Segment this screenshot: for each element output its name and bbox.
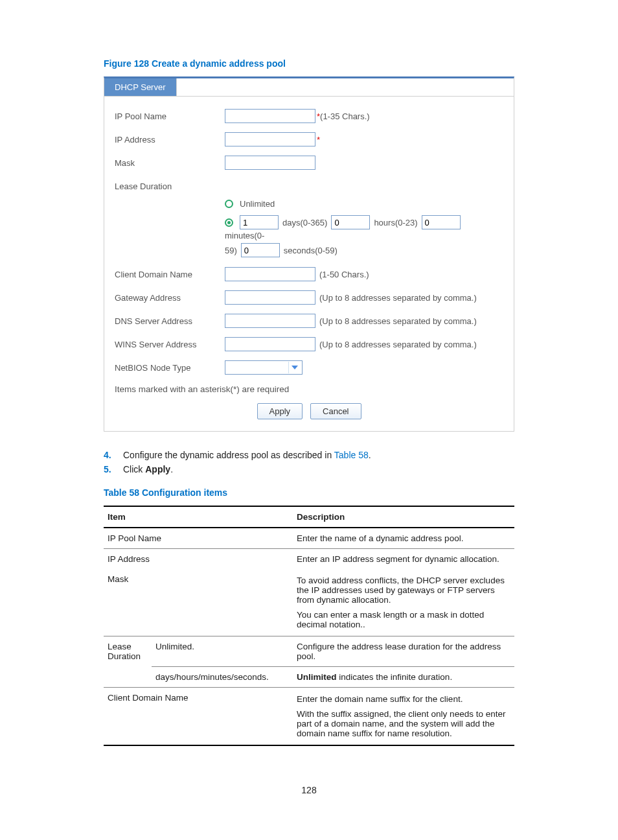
step-5-text: Click Apply.	[123, 464, 173, 474]
hint-chars-1-35: (1-35 Chars.)	[320, 111, 370, 121]
label-ip-address: IP Address	[115, 135, 225, 145]
client-domain-name-input[interactable]	[225, 267, 315, 281]
table-caption: Table 58 Configuration items	[104, 487, 514, 498]
step-number-4: 4.	[104, 450, 123, 460]
cell-desc: Configure the address lease duration for…	[293, 636, 514, 667]
radio-custom-duration[interactable]	[225, 218, 233, 227]
table-row: Lease Duration Unlimited. Configure the …	[104, 636, 514, 667]
configuration-items-table: Item Description IP Pool Name Enter the …	[104, 506, 514, 746]
page-number: 128	[104, 785, 514, 795]
gateway-address-input[interactable]	[225, 290, 315, 305]
cell-subitem: Unlimited.	[152, 636, 293, 667]
link-table-58[interactable]: Table 58	[334, 450, 369, 460]
label-dns-server-address: DNS Server Address	[115, 316, 225, 326]
hint-up-to-8: (Up to 8 addresses separated by comma.)	[319, 340, 477, 349]
label-gateway-address: Gateway Address	[115, 293, 225, 303]
table-row: IP Pool Name Enter the name of a dynamic…	[104, 528, 514, 549]
cell-desc: Unlimited indicates the infinite duratio…	[293, 667, 514, 688]
table-row: IP Address Enter an IP address segment f…	[104, 549, 514, 570]
required-asterisk: *	[317, 135, 320, 145]
chevron-down-icon	[288, 362, 301, 373]
cell-item: Mask	[104, 569, 293, 636]
cell-desc: To avoid address conflicts, the DHCP ser…	[293, 569, 514, 636]
hint-hours: hours(0-23)	[374, 218, 417, 228]
cell-item: IP Address	[104, 549, 293, 570]
cell-desc: Enter an IP address segment for dynamic …	[293, 549, 514, 570]
required-note: Items marked with an asterisk(*) are req…	[115, 384, 514, 394]
cell-item: Client Domain Name	[104, 688, 293, 746]
cell-desc: Enter the domain name suffix for the cli…	[293, 688, 514, 746]
label-client-domain-name: Client Domain Name	[115, 270, 225, 279]
figure-caption: Figure 128 Create a dynamic address pool	[104, 58, 514, 69]
days-input[interactable]	[240, 215, 279, 229]
hours-input[interactable]	[331, 215, 370, 229]
mask-input[interactable]	[225, 156, 315, 170]
ip-pool-name-input[interactable]	[225, 109, 315, 123]
cell-subitem: days/hours/minutes/seconds.	[152, 667, 293, 688]
label-mask: Mask	[115, 158, 225, 168]
minutes-input[interactable]	[422, 215, 461, 229]
cell-item: Lease Duration	[104, 636, 152, 688]
netbios-node-type-select[interactable]	[225, 360, 303, 375]
label-lease-duration: Lease Duration	[115, 181, 225, 191]
hint-minutes-prefix: minutes(0-	[225, 231, 264, 240]
apply-button[interactable]: Apply	[257, 403, 303, 419]
wins-server-address-input[interactable]	[225, 337, 315, 351]
table-row: Mask To avoid address conflicts, the DHC…	[104, 569, 514, 636]
label-unlimited: Unlimited	[240, 199, 275, 209]
hint-days: days(0-365)	[282, 218, 327, 228]
hint-chars-1-50: (1-50 Chars.)	[319, 270, 369, 279]
th-description: Description	[293, 506, 514, 528]
ip-address-input[interactable]	[225, 132, 315, 146]
th-item: Item	[104, 506, 293, 528]
dhcp-panel: DHCP Server IP Pool Name * (1-35 Chars.)…	[104, 76, 514, 432]
label-netbios-node-type: NetBIOS Node Type	[115, 363, 225, 373]
cell-item: IP Pool Name	[104, 528, 293, 549]
tab-dhcp-server[interactable]: DHCP Server	[104, 78, 177, 96]
cell-desc: Enter the name of a dynamic address pool…	[293, 528, 514, 549]
seconds-input[interactable]	[241, 243, 280, 257]
step-number-5: 5.	[104, 464, 123, 474]
label-ip-pool-name: IP Pool Name	[115, 111, 225, 121]
table-row: Client Domain Name Enter the domain name…	[104, 688, 514, 746]
cancel-button[interactable]: Cancel	[310, 403, 361, 419]
radio-unlimited[interactable]	[225, 200, 233, 208]
hint-up-to-8: (Up to 8 addresses separated by comma.)	[319, 316, 477, 326]
hint-minutes-suffix: 59)	[225, 246, 237, 255]
step-4-text: Configure the dynamic address pool as de…	[123, 450, 371, 460]
label-wins-server-address: WINS Server Address	[115, 340, 225, 349]
hint-up-to-8: (Up to 8 addresses separated by comma.)	[319, 293, 477, 303]
hint-seconds: seconds(0-59)	[284, 246, 338, 255]
table-row: days/hours/minutes/seconds. Unlimited in…	[104, 667, 514, 688]
dns-server-address-input[interactable]	[225, 314, 315, 328]
